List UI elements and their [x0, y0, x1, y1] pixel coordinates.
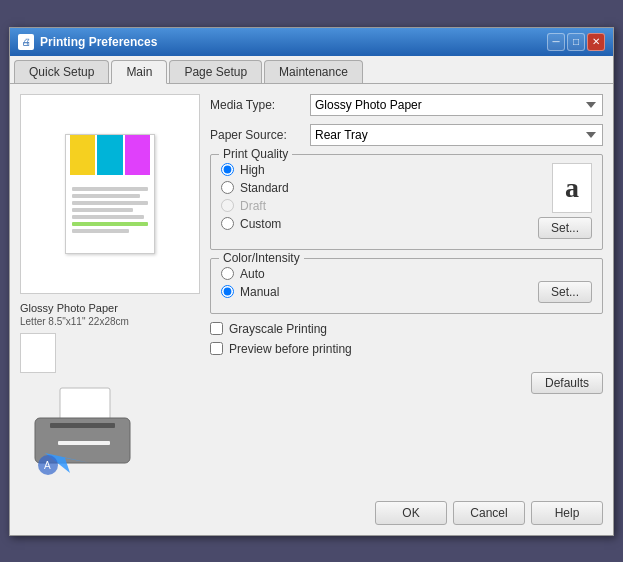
yellow-bar [70, 135, 95, 175]
radio-custom-label[interactable]: Custom [240, 217, 281, 231]
media-type-label: Media Type: [210, 98, 310, 112]
color-bars [66, 135, 154, 175]
set-color-button[interactable]: Set... [538, 281, 592, 303]
color-intensity-group: Color/Intensity Auto Manual Set... [210, 258, 603, 314]
svg-text:A: A [44, 460, 51, 471]
radio-manual[interactable] [221, 285, 234, 298]
preview-checkbox[interactable] [210, 342, 223, 355]
radio-standard-row: Standard [221, 181, 538, 195]
media-type-row: Media Type: Glossy Photo Paper [210, 94, 603, 116]
paper-source-row: Paper Source: Rear Tray [210, 124, 603, 146]
paper-name-label: Glossy Photo Paper [20, 302, 200, 314]
radio-draft-row: Draft [221, 199, 538, 213]
printer-icon-svg: A [20, 383, 150, 483]
radio-standard-label[interactable]: Standard [240, 181, 289, 195]
title-bar-left: 🖨 Printing Preferences [18, 34, 157, 50]
grayscale-label[interactable]: Grayscale Printing [229, 322, 327, 336]
color-radios: Auto Manual [221, 267, 538, 303]
print-quality-label: Print Quality [219, 147, 292, 161]
close-button[interactable]: ✕ [587, 33, 605, 51]
radio-auto[interactable] [221, 267, 234, 280]
grayscale-row: Grayscale Printing [210, 322, 603, 336]
color-intensity-label: Color/Intensity [219, 251, 304, 265]
defaults-button[interactable]: Defaults [531, 372, 603, 394]
printer-image: A [20, 383, 150, 483]
tab-bar: Quick Setup Main Page Setup Maintenance [10, 56, 613, 84]
preview-row: Preview before printing [210, 342, 603, 356]
grayscale-checkbox[interactable] [210, 322, 223, 335]
quality-radios: High Standard Draft Custom [221, 163, 538, 235]
title-bar: 🖨 Printing Preferences ─ □ ✕ [10, 28, 613, 56]
tab-main[interactable]: Main [111, 60, 167, 84]
quality-icon: a [552, 163, 592, 213]
radio-manual-label[interactable]: Manual [240, 285, 279, 299]
radio-manual-row: Manual [221, 285, 538, 299]
radio-high[interactable] [221, 163, 234, 176]
radio-auto-row: Auto [221, 267, 538, 281]
right-panel: Media Type: Glossy Photo Paper Paper Sou… [210, 94, 603, 483]
preview-label[interactable]: Preview before printing [229, 342, 352, 356]
printing-preferences-window: 🖨 Printing Preferences ─ □ ✕ Quick Setup… [9, 27, 614, 536]
paper-size-label: Letter 8.5"x11" 22x28cm [20, 316, 200, 327]
paper-preview-box [20, 94, 200, 294]
window-title: Printing Preferences [40, 35, 157, 49]
help-button[interactable]: Help [531, 501, 603, 525]
left-panel: Glossy Photo Paper Letter 8.5"x11" 22x28… [20, 94, 200, 483]
tab-page-setup[interactable]: Page Setup [169, 60, 262, 83]
paper-source-select[interactable]: Rear Tray [310, 124, 603, 146]
main-content: Glossy Photo Paper Letter 8.5"x11" 22x28… [10, 84, 613, 493]
cancel-button[interactable]: Cancel [453, 501, 525, 525]
radio-standard[interactable] [221, 181, 234, 194]
paper-preview [65, 134, 155, 254]
radio-draft-label: Draft [240, 199, 266, 213]
radio-high-row: High [221, 163, 538, 177]
thumbnail-small [20, 333, 56, 373]
radio-high-label[interactable]: High [240, 163, 265, 177]
color-radios-row: Auto Manual Set... [221, 267, 592, 303]
magenta-bar [125, 135, 150, 175]
printer-title-icon: 🖨 [18, 34, 34, 50]
svg-rect-3 [58, 441, 110, 445]
cyan-bar [97, 135, 122, 175]
print-quality-group: Print Quality High Standard [210, 154, 603, 250]
radio-custom[interactable] [221, 217, 234, 230]
set-quality-button[interactable]: Set... [538, 217, 592, 239]
media-type-select[interactable]: Glossy Photo Paper [310, 94, 603, 116]
paper-lines [66, 179, 154, 242]
tab-quick-setup[interactable]: Quick Setup [14, 60, 109, 83]
radio-auto-label[interactable]: Auto [240, 267, 265, 281]
quality-row: High Standard Draft Custom [221, 163, 592, 239]
svg-rect-2 [50, 423, 115, 428]
radio-draft [221, 199, 234, 212]
radio-custom-row: Custom [221, 217, 538, 231]
title-bar-controls: ─ □ ✕ [547, 33, 605, 51]
paper-source-label: Paper Source: [210, 128, 310, 142]
minimize-button[interactable]: ─ [547, 33, 565, 51]
maximize-button[interactable]: □ [567, 33, 585, 51]
tab-maintenance[interactable]: Maintenance [264, 60, 363, 83]
footer-buttons: OK Cancel Help [10, 493, 613, 535]
ok-button[interactable]: OK [375, 501, 447, 525]
